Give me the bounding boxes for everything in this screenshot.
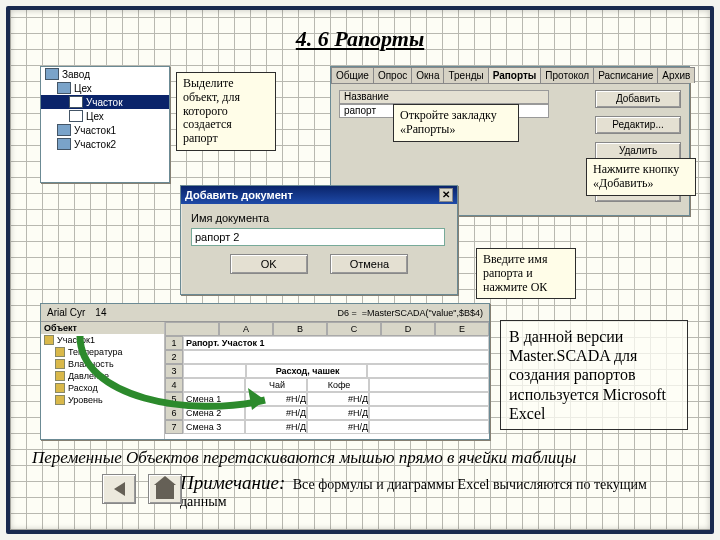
nav-back-button[interactable] [102, 474, 136, 504]
callout-select-object: Выделите объект, для которого создается … [176, 72, 276, 151]
report-title-cell[interactable]: Рапорт. Участок 1 [183, 336, 489, 350]
edit-button[interactable]: Редактир... [595, 116, 681, 134]
tree-item-selected[interactable]: Участок [86, 97, 123, 108]
home-icon [156, 485, 174, 499]
cancel-button[interactable]: Отмена [330, 254, 408, 274]
tab-trends[interactable]: Тренды [443, 67, 488, 83]
nav-home-button[interactable] [148, 474, 182, 504]
tree-item[interactable]: Цех [86, 111, 104, 122]
tab-protocol[interactable]: Протокол [540, 67, 594, 83]
object-tree[interactable]: Завод Цех Участок Цех Участок1 Участок2 [40, 66, 170, 183]
add-button[interactable]: Добавить [595, 90, 681, 108]
var-item[interactable]: Участок1 [57, 335, 95, 345]
var-item[interactable]: Давление [68, 371, 109, 381]
page-title: 4. 6 Рапорты [28, 26, 692, 52]
ok-button[interactable]: OK [230, 254, 308, 274]
dialog-field-label: Имя документа [181, 204, 457, 226]
tree-item[interactable]: Участок2 [74, 139, 116, 150]
document-name-input[interactable] [191, 228, 445, 246]
callout-enter-name: Введите имя рапорта и нажмите ОК [476, 248, 576, 299]
tab-archive[interactable]: Архив [657, 67, 695, 83]
tree-root: Завод [62, 69, 90, 80]
font-size[interactable]: 14 [95, 307, 106, 318]
cell-ref: D6 [338, 308, 350, 318]
var-item[interactable]: Влажность [68, 359, 114, 369]
dialog-title: Добавить документ [185, 189, 293, 201]
var-item[interactable]: Уровень [68, 395, 103, 405]
close-icon[interactable]: ✕ [439, 188, 453, 202]
tab-general[interactable]: Общие [331, 67, 374, 83]
footer-lead: Примечание: [180, 472, 285, 493]
variables-tree[interactable]: Объект Участок1 Температура Влажность Да… [41, 322, 165, 439]
var-item[interactable]: Расход [68, 383, 98, 393]
add-document-dialog: Добавить документ ✕ Имя документа OK Отм… [180, 185, 458, 295]
callout-press-add: Нажмите кнопку «Добавить» [586, 158, 696, 196]
tab-reports[interactable]: Рапорты [488, 67, 542, 83]
info-excel-note: В данной версии Master.SCADA для создани… [500, 320, 688, 430]
page-frame: 4. 6 Рапорты Завод Цех Участок Цех Участ… [6, 6, 714, 534]
callout-open-tab: Откройте закладку «Рапорты» [393, 104, 519, 142]
footer-dragdrop-note: Переменные Объектов перетаскиваются мышь… [32, 448, 688, 468]
tab-windows[interactable]: Окна [411, 67, 444, 83]
tree-item[interactable]: Участок1 [74, 125, 116, 136]
tab-bar: Общие Опрос Окна Тренды Рапорты Протокол… [331, 67, 689, 84]
var-item[interactable]: Температура [68, 347, 123, 357]
footer-remark: Примечание: Все формулы и диаграммы Exce… [180, 472, 678, 510]
reports-grid-header: Название [339, 90, 549, 104]
tab-schedule[interactable]: Расписание [593, 67, 658, 83]
formula-bar[interactable]: =MasterSCADA("value",$B$4) [362, 308, 483, 318]
tree-item[interactable]: Цех [74, 83, 92, 94]
arrow-left-icon [114, 482, 125, 496]
spreadsheet[interactable]: A B C D E 1 Рапорт. Участок 1 2 3 Расход… [165, 322, 489, 439]
excel-report-panel: Arial Cyr 14 D6 = =MasterSCADA("value",$… [40, 303, 490, 440]
font-selector[interactable]: Arial Cyr [47, 307, 85, 318]
tab-poll[interactable]: Опрос [373, 67, 412, 83]
